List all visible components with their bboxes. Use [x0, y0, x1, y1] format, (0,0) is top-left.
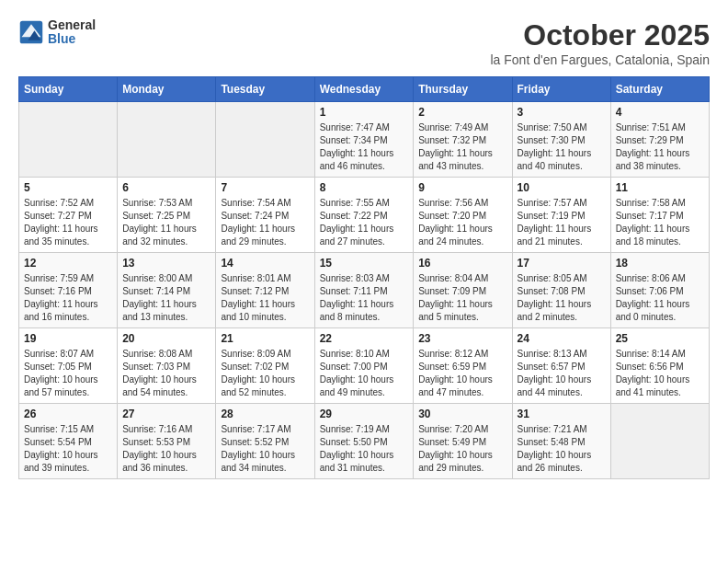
calendar-cell: 31Sunrise: 7:21 AM Sunset: 5:48 PM Dayli… — [512, 404, 610, 479]
day-number: 16 — [418, 257, 506, 270]
calendar-cell: 14Sunrise: 8:01 AM Sunset: 7:12 PM Dayli… — [216, 253, 314, 328]
weekday-header: Tuesday — [216, 77, 314, 102]
day-number: 4 — [616, 106, 704, 119]
day-info: Sunrise: 8:13 AM Sunset: 6:57 PM Dayligh… — [518, 348, 606, 399]
day-number: 28 — [221, 408, 309, 420]
calendar-cell: 7Sunrise: 7:54 AM Sunset: 7:24 PM Daylig… — [216, 178, 314, 253]
calendar-week-row: 5Sunrise: 7:52 AM Sunset: 7:27 PM Daylig… — [19, 178, 710, 253]
calendar-cell: 16Sunrise: 8:04 AM Sunset: 7:09 PM Dayli… — [414, 253, 512, 328]
calendar-cell — [216, 102, 314, 178]
logo-icon — [18, 19, 44, 45]
day-number: 25 — [616, 332, 704, 345]
calendar-cell: 6Sunrise: 7:53 AM Sunset: 7:25 PM Daylig… — [118, 178, 216, 253]
weekday-header: Wednesday — [314, 77, 414, 102]
logo-line1: General — [48, 18, 96, 32]
day-info: Sunrise: 8:08 AM Sunset: 7:03 PM Dayligh… — [122, 348, 210, 399]
day-info: Sunrise: 7:52 AM Sunset: 7:27 PM Dayligh… — [24, 197, 112, 248]
calendar-cell: 29Sunrise: 7:19 AM Sunset: 5:50 PM Dayli… — [314, 404, 414, 479]
calendar-cell: 19Sunrise: 8:07 AM Sunset: 7:05 PM Dayli… — [19, 328, 118, 404]
day-number: 10 — [518, 181, 606, 194]
day-number: 29 — [320, 408, 409, 420]
calendar-cell: 13Sunrise: 8:00 AM Sunset: 7:14 PM Dayli… — [118, 253, 216, 328]
calendar-week-row: 26Sunrise: 7:15 AM Sunset: 5:54 PM Dayli… — [19, 404, 710, 479]
day-info: Sunrise: 7:16 AM Sunset: 5:53 PM Dayligh… — [122, 423, 210, 475]
calendar-week-row: 1Sunrise: 7:47 AM Sunset: 7:34 PM Daylig… — [19, 102, 710, 178]
day-number: 13 — [122, 257, 210, 270]
calendar-cell: 11Sunrise: 7:58 AM Sunset: 7:17 PM Dayli… — [610, 178, 709, 253]
day-info: Sunrise: 8:06 AM Sunset: 7:06 PM Dayligh… — [616, 272, 704, 324]
day-number: 5 — [24, 181, 112, 194]
day-info: Sunrise: 8:01 AM Sunset: 7:12 PM Dayligh… — [221, 272, 309, 324]
day-number: 7 — [221, 181, 309, 194]
calendar-cell: 21Sunrise: 8:09 AM Sunset: 7:02 PM Dayli… — [216, 328, 314, 404]
title-block: October 2025 la Font d'en Fargues, Catal… — [491, 18, 711, 67]
day-info: Sunrise: 8:04 AM Sunset: 7:09 PM Dayligh… — [418, 272, 506, 324]
day-info: Sunrise: 7:20 AM Sunset: 5:49 PM Dayligh… — [418, 423, 506, 475]
weekday-row: SundayMondayTuesdayWednesdayThursdayFrid… — [19, 77, 710, 102]
calendar-cell: 17Sunrise: 8:05 AM Sunset: 7:08 PM Dayli… — [512, 253, 610, 328]
day-number: 3 — [518, 106, 606, 119]
day-number: 21 — [221, 332, 309, 345]
day-number: 27 — [122, 408, 210, 420]
logo: General Blue — [18, 18, 96, 47]
day-info: Sunrise: 7:51 AM Sunset: 7:29 PM Dayligh… — [616, 121, 704, 173]
calendar-week-row: 12Sunrise: 7:59 AM Sunset: 7:16 PM Dayli… — [19, 253, 710, 328]
day-number: 12 — [24, 257, 112, 270]
day-number: 24 — [518, 332, 606, 345]
weekday-header: Thursday — [414, 77, 512, 102]
day-number: 26 — [24, 408, 112, 420]
calendar-cell: 30Sunrise: 7:20 AM Sunset: 5:49 PM Dayli… — [414, 404, 512, 479]
calendar-cell: 24Sunrise: 8:13 AM Sunset: 6:57 PM Dayli… — [512, 328, 610, 404]
calendar-cell: 23Sunrise: 8:12 AM Sunset: 6:59 PM Dayli… — [414, 328, 512, 404]
calendar-cell: 15Sunrise: 8:03 AM Sunset: 7:11 PM Dayli… — [314, 253, 414, 328]
day-info: Sunrise: 7:21 AM Sunset: 5:48 PM Dayligh… — [518, 423, 606, 475]
weekday-header: Monday — [118, 77, 216, 102]
day-info: Sunrise: 7:50 AM Sunset: 7:30 PM Dayligh… — [518, 121, 606, 173]
day-number: 30 — [418, 408, 506, 420]
day-number: 2 — [418, 106, 506, 119]
calendar-cell: 27Sunrise: 7:16 AM Sunset: 5:53 PM Dayli… — [118, 404, 216, 479]
day-number: 20 — [122, 332, 210, 345]
day-number: 1 — [320, 106, 409, 119]
calendar-cell: 26Sunrise: 7:15 AM Sunset: 5:54 PM Dayli… — [19, 404, 118, 479]
day-number: 19 — [24, 332, 112, 345]
weekday-header: Saturday — [610, 77, 709, 102]
day-info: Sunrise: 7:55 AM Sunset: 7:22 PM Dayligh… — [320, 197, 409, 248]
day-info: Sunrise: 7:15 AM Sunset: 5:54 PM Dayligh… — [24, 423, 112, 475]
day-info: Sunrise: 8:00 AM Sunset: 7:14 PM Dayligh… — [122, 272, 210, 324]
day-info: Sunrise: 7:57 AM Sunset: 7:19 PM Dayligh… — [518, 197, 606, 248]
day-info: Sunrise: 7:56 AM Sunset: 7:20 PM Dayligh… — [418, 197, 506, 248]
calendar-cell — [118, 102, 216, 178]
calendar-cell: 28Sunrise: 7:17 AM Sunset: 5:52 PM Dayli… — [216, 404, 314, 479]
weekday-header: Sunday — [19, 77, 118, 102]
calendar-cell — [19, 102, 118, 178]
calendar-cell: 2Sunrise: 7:49 AM Sunset: 7:32 PM Daylig… — [414, 102, 512, 178]
calendar-cell: 25Sunrise: 8:14 AM Sunset: 6:56 PM Dayli… — [610, 328, 709, 404]
day-number: 8 — [320, 181, 409, 194]
calendar-cell: 12Sunrise: 7:59 AM Sunset: 7:16 PM Dayli… — [19, 253, 118, 328]
logo-text: General Blue — [48, 18, 96, 47]
calendar-cell: 1Sunrise: 7:47 AM Sunset: 7:34 PM Daylig… — [314, 102, 414, 178]
location-title: la Font d'en Fargues, Catalonia, Spain — [491, 52, 711, 67]
day-info: Sunrise: 7:59 AM Sunset: 7:16 PM Dayligh… — [24, 272, 112, 324]
day-info: Sunrise: 8:05 AM Sunset: 7:08 PM Dayligh… — [518, 272, 606, 324]
calendar-table: SundayMondayTuesdayWednesdayThursdayFrid… — [18, 76, 710, 479]
day-number: 18 — [616, 257, 704, 270]
calendar-cell: 4Sunrise: 7:51 AM Sunset: 7:29 PM Daylig… — [610, 102, 709, 178]
calendar-cell: 3Sunrise: 7:50 AM Sunset: 7:30 PM Daylig… — [512, 102, 610, 178]
day-info: Sunrise: 8:10 AM Sunset: 7:00 PM Dayligh… — [320, 348, 409, 399]
calendar-header: SundayMondayTuesdayWednesdayThursdayFrid… — [19, 77, 710, 102]
day-info: Sunrise: 8:07 AM Sunset: 7:05 PM Dayligh… — [24, 348, 112, 399]
day-info: Sunrise: 8:12 AM Sunset: 6:59 PM Dayligh… — [418, 348, 506, 399]
day-info: Sunrise: 7:19 AM Sunset: 5:50 PM Dayligh… — [320, 423, 409, 475]
day-info: Sunrise: 8:09 AM Sunset: 7:02 PM Dayligh… — [221, 348, 309, 399]
calendar-cell: 8Sunrise: 7:55 AM Sunset: 7:22 PM Daylig… — [314, 178, 414, 253]
day-info: Sunrise: 7:49 AM Sunset: 7:32 PM Dayligh… — [418, 121, 506, 173]
calendar-cell: 18Sunrise: 8:06 AM Sunset: 7:06 PM Dayli… — [610, 253, 709, 328]
day-number: 11 — [616, 181, 704, 194]
day-info: Sunrise: 7:54 AM Sunset: 7:24 PM Dayligh… — [221, 197, 309, 248]
day-info: Sunrise: 7:17 AM Sunset: 5:52 PM Dayligh… — [221, 423, 309, 475]
day-number: 15 — [320, 257, 409, 270]
calendar-cell: 5Sunrise: 7:52 AM Sunset: 7:27 PM Daylig… — [19, 178, 118, 253]
day-number: 9 — [418, 181, 506, 194]
